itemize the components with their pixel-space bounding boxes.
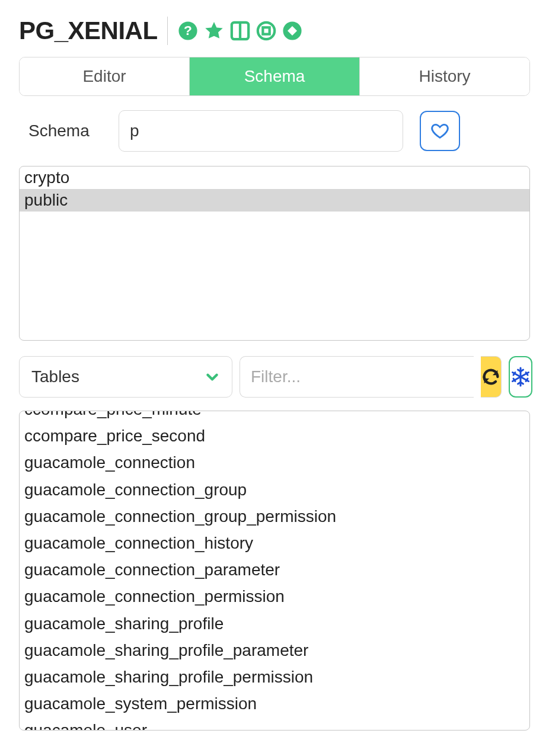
table-row[interactable]: guacamole_connection_group <box>20 476 529 503</box>
tab-bar: Editor Schema History <box>19 57 530 96</box>
schema-option-public[interactable]: public <box>20 189 529 212</box>
tab-history[interactable]: History <box>359 57 529 95</box>
table-row[interactable]: guacamole_connection <box>20 449 529 476</box>
svg-point-4 <box>257 23 274 39</box>
table-row[interactable]: guacamole_connection_group_permission <box>20 503 529 530</box>
favorite-button[interactable] <box>420 111 460 151</box>
table-row[interactable]: guacamole_connection_parameter <box>20 556 529 583</box>
star-icon[interactable] <box>203 20 225 41</box>
table-row[interactable]: guacamole_connection_permission <box>20 583 529 610</box>
svg-rect-5 <box>263 27 269 34</box>
schema-listbox[interactable]: crypto public <box>19 166 530 341</box>
snowflake-icon <box>510 366 531 387</box>
tab-schema[interactable]: Schema <box>189 57 359 95</box>
svg-text:?: ? <box>184 23 192 38</box>
table-row[interactable]: guacamole_sharing_profile_parameter <box>20 637 529 664</box>
freeze-button[interactable] <box>509 356 532 398</box>
heart-icon <box>430 121 450 141</box>
object-type-label: Tables <box>31 367 79 386</box>
layout-columns-icon[interactable] <box>229 20 251 41</box>
table-row[interactable]: guacamole_connection_history <box>20 530 529 556</box>
header-icon-row: ? <box>177 20 303 41</box>
refresh-icon <box>481 367 501 387</box>
table-row[interactable]: guacamole_sharing_profile <box>20 610 529 637</box>
tab-editor[interactable]: Editor <box>20 57 189 95</box>
table-row[interactable]: guacamole_system_permission <box>20 690 529 717</box>
filter-input[interactable] <box>240 356 474 398</box>
schema-option-crypto[interactable]: crypto <box>20 166 529 189</box>
divider <box>167 17 168 45</box>
database-title: PG_XENIAL <box>19 17 158 45</box>
toolbar: Tables <box>19 356 530 398</box>
table-row[interactable]: guacamole_sharing_profile_permission <box>20 664 529 690</box>
stop-circle-icon[interactable] <box>256 20 277 41</box>
refresh-button[interactable] <box>481 356 502 398</box>
tag-icon[interactable] <box>282 20 303 41</box>
table-row[interactable]: ccompare_price_second <box>20 422 529 449</box>
table-row[interactable]: ccompare_price_minute <box>20 411 529 422</box>
schema-label: Schema <box>19 121 102 140</box>
schema-input[interactable] <box>119 110 403 152</box>
tables-listbox[interactable]: ccompare_price_minute ccompare_price_sec… <box>19 411 530 731</box>
header: PG_XENIAL ? <box>19 17 530 45</box>
chevron-down-icon <box>205 369 220 385</box>
help-icon[interactable]: ? <box>177 20 199 41</box>
object-type-select[interactable]: Tables <box>19 356 232 398</box>
table-row[interactable]: guacamole_user <box>20 717 529 731</box>
schema-field-row: Schema <box>19 110 530 152</box>
